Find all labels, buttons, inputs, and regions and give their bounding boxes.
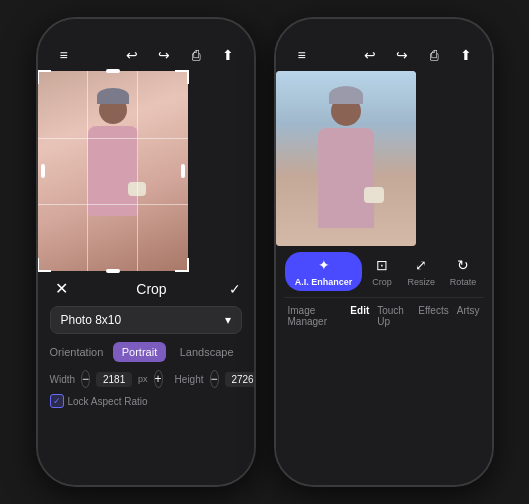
print-icon[interactable]: ⎙ (186, 47, 206, 63)
main-tools: ✦ A.I. Enhancer ⊡ Crop ⤢ Resize ↻ Rotate (284, 252, 484, 291)
portrait-button[interactable]: Portrait (113, 342, 165, 362)
undo-icon-2[interactable]: ↩ (360, 47, 380, 63)
ai-enhancer-tool[interactable]: ✦ A.I. Enhancer (285, 252, 363, 291)
width-unit: px (138, 374, 148, 384)
lock-aspect-row: Lock Aspect Ratio (50, 394, 242, 408)
artsy-tab[interactable]: Artsy (453, 303, 484, 329)
photo-person-bag (364, 187, 384, 203)
ai-enhancer-icon: ✦ (313, 256, 335, 274)
orientation-label: Orientation (50, 346, 104, 358)
crop-tool[interactable]: ⊡ Crop (365, 252, 399, 291)
print-icon-2[interactable]: ⎙ (424, 47, 444, 63)
portrait-photo (276, 71, 416, 246)
image-manager-tab[interactable]: Image Manager (284, 303, 347, 329)
menu-icon-2[interactable]: ≡ (292, 47, 312, 63)
height-decrease-button[interactable]: − (210, 370, 219, 388)
person-silhouette (78, 96, 148, 256)
person-body (88, 126, 138, 216)
redo-icon-2[interactable]: ↪ (392, 47, 412, 63)
photo-canvas (276, 71, 492, 246)
touch-up-tab[interactable]: Touch Up (373, 303, 414, 329)
portrait-image (38, 71, 188, 271)
phone-2: ≡ ↩ ↪ ⎙ ⬆ (274, 17, 494, 487)
crop-preset-dropdown[interactable]: Photo 8x10 ▾ (50, 306, 242, 334)
landscape-button[interactable]: Landscape (172, 342, 242, 362)
crop-confirm-icon[interactable]: ✓ (229, 281, 241, 297)
crop-controls: ✕ Crop ✓ Photo 8x10 ▾ Orientation Portra… (38, 271, 254, 416)
crop-title: Crop (136, 281, 166, 297)
rotate-tool-label: Rotate (450, 277, 477, 287)
rotate-tool[interactable]: ↻ Rotate (444, 252, 483, 291)
undo-icon[interactable]: ↩ (122, 47, 142, 63)
width-label: Width (50, 374, 76, 385)
person-head (99, 96, 127, 124)
phone-1: ≡ ↩ ↪ ⎙ ⬆ (36, 17, 256, 487)
crop-close-icon[interactable]: ✕ (50, 279, 74, 298)
crop-tool-icon: ⊡ (371, 256, 393, 274)
crop-preset-chevron: ▾ (225, 313, 231, 327)
crop-tool-label: Crop (372, 277, 392, 287)
ai-enhancer-label: A.I. Enhancer (295, 277, 353, 287)
bottom-toolbar: ✦ A.I. Enhancer ⊡ Crop ⤢ Resize ↻ Rotate (276, 246, 492, 335)
person-turban (97, 88, 129, 104)
share-icon-2[interactable]: ⬆ (456, 47, 476, 63)
secondary-tools: Image Manager Edit Touch Up Effects Arts… (284, 297, 484, 329)
photo-person (306, 96, 386, 246)
width-decrease-button[interactable]: − (81, 370, 90, 388)
top-bar-1: ≡ ↩ ↪ ⎙ ⬆ (38, 19, 254, 71)
crop-preset-value: Photo 8x10 (61, 313, 122, 327)
height-value[interactable]: 2726 (225, 372, 256, 387)
dimensions-row: Width − 2181 px + Height − 2726 px + (50, 370, 242, 388)
menu-icon[interactable]: ≡ (54, 47, 74, 63)
width-increase-button[interactable]: + (154, 370, 163, 388)
edit-tab[interactable]: Edit (346, 303, 373, 329)
person-bag (128, 182, 146, 196)
crop-action-bar: ✕ Crop ✓ (50, 279, 242, 298)
photo-person-turban (329, 86, 363, 104)
orientation-row: Orientation Portrait Landscape (50, 342, 242, 362)
width-value[interactable]: 2181 (96, 372, 132, 387)
effects-tab[interactable]: Effects (414, 303, 452, 329)
photo-person-body (318, 128, 374, 228)
top-bar-2: ≡ ↩ ↪ ⎙ ⬆ (276, 19, 492, 71)
lock-aspect-label: Lock Aspect Ratio (68, 396, 148, 407)
rotate-tool-icon: ↻ (452, 256, 474, 274)
crop-canvas[interactable] (38, 71, 254, 271)
crop-container[interactable] (38, 71, 188, 271)
resize-tool-icon: ⤢ (410, 256, 432, 274)
share-icon[interactable]: ⬆ (218, 47, 238, 63)
photo-person-head (331, 96, 361, 126)
resize-tool-label: Resize (408, 277, 436, 287)
lock-aspect-checkbox[interactable] (50, 394, 64, 408)
redo-icon[interactable]: ↪ (154, 47, 174, 63)
height-label: Height (175, 374, 204, 385)
resize-tool[interactable]: ⤢ Resize (402, 252, 442, 291)
